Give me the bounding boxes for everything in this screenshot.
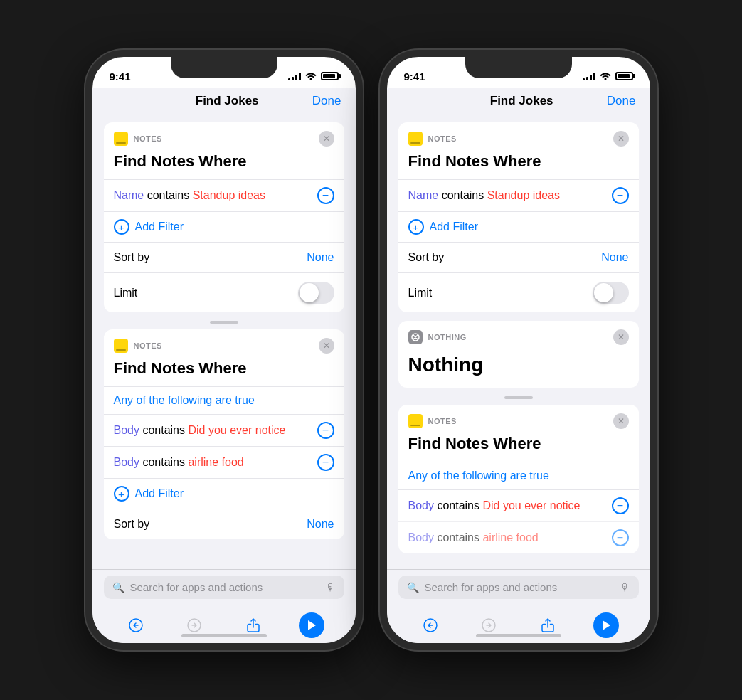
nothing-title: Nothing: [398, 351, 639, 388]
card-header-1: NOTES ✕: [104, 122, 344, 152]
status-time: 9:41: [110, 70, 131, 83]
close-card-2-button[interactable]: ✕: [319, 338, 334, 354]
limit-toggle[interactable]: [298, 282, 334, 304]
filter-row-right-name[interactable]: Name contains Standup ideas: [398, 179, 639, 211]
sort-value-right-1: None: [601, 251, 628, 264]
scroll-indicator: [210, 321, 238, 324]
back-button-right[interactable]: [418, 612, 443, 638]
add-filter-label-right-1: Add Filter: [430, 221, 478, 233]
signal-icon-right: [583, 72, 595, 80]
remove-filter-body-1-button[interactable]: [317, 422, 334, 439]
filter-row-body-1[interactable]: Body contains Did you ever notice: [104, 414, 344, 446]
battery-icon: [321, 72, 339, 80]
search-input-right[interactable]: Search for apps and actions: [425, 581, 615, 593]
card-type-label-2: NOTES: [134, 341, 162, 350]
filter-row-body-2[interactable]: Body contains airline food: [104, 446, 344, 478]
filter-row-right-body-2[interactable]: Body contains airline food: [398, 521, 639, 553]
scroll-content-right: NOTES ✕ Find Notes Where Name contains S…: [387, 114, 650, 569]
notes-app-icon-right-2: [408, 414, 423, 428]
card-title-right-1: Find Notes Where: [398, 152, 639, 179]
limit-row: Limit: [104, 272, 344, 312]
remove-filter-body-2-button[interactable]: [317, 454, 334, 471]
mic-icon-right[interactable]: 🎙: [620, 582, 630, 593]
search-icon: 🔍: [112, 582, 124, 593]
bottom-toolbar: [92, 605, 356, 650]
remove-filter-right-body-2-button[interactable]: [612, 529, 629, 546]
card-right-find-notes-1: NOTES ✕ Find Notes Where Name contains S…: [398, 122, 639, 312]
notch: [171, 57, 277, 78]
notes-app-icon: [114, 132, 128, 146]
add-filter-label-2: Add Filter: [135, 487, 184, 500]
home-indicator: [181, 634, 267, 637]
bottom-toolbar-right: [387, 605, 650, 650]
card-type-label: NOTES: [134, 134, 162, 143]
add-filter-row-right-1[interactable]: Add Filter: [398, 211, 639, 242]
filter-text-right-name: Name contains Standup ideas: [408, 189, 561, 202]
status-time-right: 9:41: [404, 70, 425, 83]
signal-icon: [288, 72, 301, 80]
sort-row-right-1[interactable]: Sort by None: [398, 242, 639, 272]
mic-icon[interactable]: 🎙: [326, 582, 336, 593]
sort-row[interactable]: Sort by None: [104, 242, 344, 272]
remove-filter-right-name-button[interactable]: [612, 187, 629, 204]
card-right-find-notes-2: NOTES ✕ Find Notes Where Any of the foll…: [398, 405, 639, 553]
notch-right: [465, 57, 572, 78]
card-right-nothing: NOTHING ✕ Nothing: [398, 321, 639, 388]
play-button[interactable]: [299, 612, 324, 638]
any-filter-label: Any of the following are true: [114, 394, 255, 406]
back-button[interactable]: [123, 612, 149, 638]
sort-label-right-1: Sort by: [408, 251, 445, 264]
card-right-nothing-header: NOTHING ✕: [398, 321, 639, 351]
card-find-notes-1: NOTES ✕ Find Notes Where Name contains S…: [104, 122, 344, 312]
card-type-label-right-1: NOTES: [428, 134, 457, 143]
remove-filter-right-body-1-button[interactable]: [612, 497, 629, 514]
search-bar-container: 🔍 Search for apps and actions 🎙: [92, 569, 356, 605]
filter-text-right-body-1: Body contains Did you ever notice: [408, 499, 581, 512]
limit-toggle-right[interactable]: [593, 282, 629, 304]
card-type-label-right-2: NOTES: [428, 417, 457, 425]
search-bar-right[interactable]: 🔍 Search for apps and actions 🎙: [398, 576, 639, 599]
filter-row-name[interactable]: Name contains Standup ideas: [104, 179, 344, 211]
done-button[interactable]: Done: [312, 94, 341, 108]
add-filter-row[interactable]: Add Filter: [104, 211, 344, 242]
remove-filter-button[interactable]: [317, 187, 334, 204]
sort-label-2: Sort by: [114, 518, 150, 531]
card-right-header-1: NOTES ✕: [398, 122, 639, 152]
nav-title-right: Find Jokes: [490, 94, 553, 108]
scroll-content: NOTES ✕ Find Notes Where Name contains S…: [92, 114, 356, 569]
search-bar[interactable]: 🔍 Search for apps and actions 🎙: [104, 576, 344, 599]
close-nothing-button[interactable]: ✕: [613, 329, 629, 345]
play-button-right[interactable]: [593, 612, 619, 638]
any-filter-row[interactable]: Any of the following are true: [104, 386, 344, 414]
close-card-button[interactable]: ✕: [319, 131, 334, 147]
add-filter-icon-2: [114, 486, 129, 502]
notes-app-icon-2: [114, 339, 128, 353]
any-filter-row-right[interactable]: Any of the following are true: [398, 462, 639, 489]
limit-row-right: Limit: [398, 272, 639, 312]
limit-label: Limit: [114, 287, 138, 299]
filter-text-body-1: Body contains Did you ever notice: [114, 424, 286, 437]
sort-row-2[interactable]: Sort by None: [104, 509, 344, 539]
add-filter-row-2[interactable]: Add Filter: [104, 478, 344, 509]
battery-icon-right: [615, 72, 633, 80]
card-header-2: NOTES ✕: [104, 329, 344, 359]
card-right-header-2: NOTES ✕: [398, 405, 639, 435]
wifi-icon-right: [600, 71, 611, 82]
close-card-right-2-button[interactable]: ✕: [613, 413, 629, 429]
filter-text-body-2: Body contains airline food: [114, 456, 244, 469]
close-card-right-1-button[interactable]: ✕: [613, 131, 629, 147]
filter-row-right-body-1[interactable]: Body contains Did you ever notice: [398, 489, 639, 521]
nothing-app-icon: [408, 330, 423, 344]
card-title: Find Notes Where: [104, 152, 344, 179]
done-button-right[interactable]: Done: [607, 94, 636, 108]
nav-bar-right: Find Jokes Done: [387, 88, 650, 114]
search-bar-container-right: 🔍 Search for apps and actions 🎙: [387, 569, 650, 605]
status-icons-right: [583, 71, 633, 82]
nav-bar: Find Jokes Done: [92, 88, 356, 114]
status-icons: [288, 71, 339, 82]
add-filter-icon: [114, 219, 129, 235]
add-filter-icon-right-1: [408, 219, 424, 235]
notes-app-icon-right-1: [408, 132, 423, 146]
search-input[interactable]: Search for apps and actions: [130, 581, 320, 593]
card-title-right-2: Find Notes Where: [398, 435, 639, 462]
